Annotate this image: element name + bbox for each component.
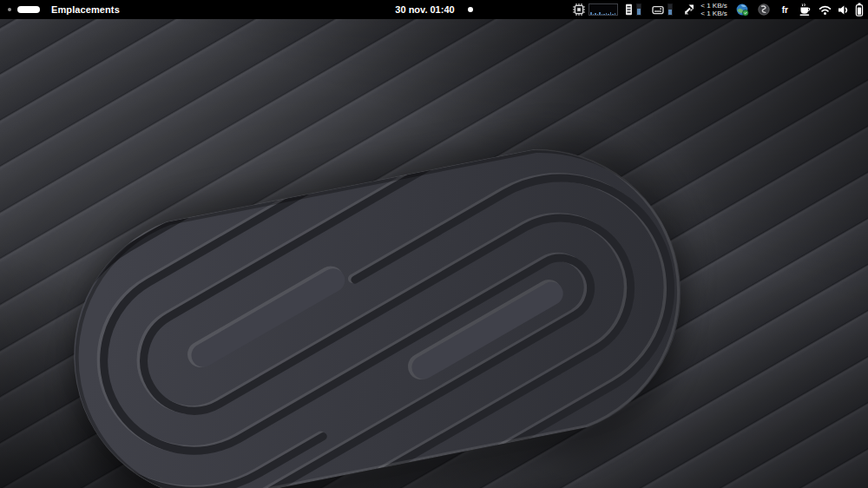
wallpaper-art — [0, 0, 868, 488]
workspace-dot-icon — [8, 8, 11, 11]
network-speed-labels: < 1 KB/s < 1 KB/s — [700, 2, 727, 17]
system-monitor-applet[interactable]: < 1 KB/s < 1 KB/s — [573, 0, 735, 19]
memory-icon[interactable] — [625, 3, 633, 16]
volume-icon[interactable] — [837, 4, 850, 16]
battery-icon[interactable] — [855, 3, 864, 16]
notification-dot-icon[interactable] — [468, 7, 473, 12]
net-up-label: < 1 KB/s — [700, 10, 727, 17]
focused-app-menu[interactable]: Emplacements — [51, 4, 120, 15]
memory-bar[interactable] — [636, 3, 641, 16]
disk-bar[interactable] — [667, 3, 673, 16]
network-arrows-icon[interactable] — [682, 3, 696, 16]
swoosh-icon[interactable] — [758, 3, 770, 16]
clock[interactable]: 30 nov. 01:40 — [395, 4, 454, 15]
top-bar: Emplacements 30 nov. 01:40 — [0, 0, 868, 19]
workspace-indicator[interactable] — [8, 6, 51, 13]
disk-icon[interactable] — [652, 4, 664, 16]
globe-icon[interactable] — [736, 3, 749, 16]
cpu-icon[interactable] — [573, 3, 585, 16]
workspace-pill — [17, 6, 40, 13]
coffee-icon[interactable] — [799, 3, 812, 16]
desktop[interactable]: Emplacements 30 nov. 01:40 — [0, 0, 868, 488]
wifi-icon[interactable] — [819, 4, 832, 16]
keyboard-layout[interactable]: fr — [782, 5, 788, 15]
cpu-graph[interactable] — [589, 3, 618, 16]
net-down-label: < 1 KB/s — [700, 2, 727, 10]
